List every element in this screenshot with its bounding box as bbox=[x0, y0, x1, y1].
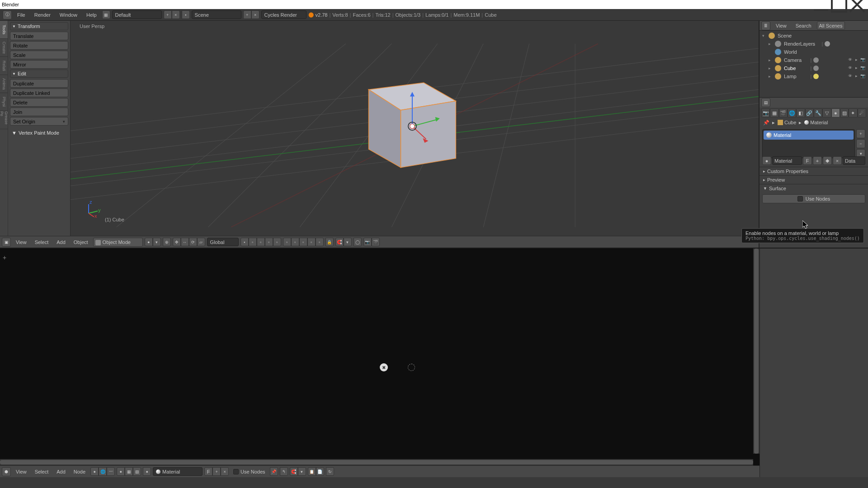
node-menu-add[interactable]: Add bbox=[53, 466, 69, 477]
duplicate-linked-button[interactable]: Duplicate Linked bbox=[10, 89, 68, 97]
use-nodes-button[interactable]: Use Nodes bbox=[762, 194, 865, 203]
outliner-cube[interactable]: ▸ Cube| 👁▸📷 bbox=[760, 64, 868, 72]
editor-type-outliner-icon[interactable]: ≣ bbox=[761, 21, 770, 30]
close-button[interactable] bbox=[848, 0, 866, 9]
paste-nodes-icon[interactable]: 📄 bbox=[316, 467, 324, 476]
outliner-filter[interactable]: All Scenes bbox=[817, 21, 845, 30]
manip-toggle-icon[interactable]: ✥ bbox=[173, 238, 181, 246]
mode-selector[interactable]: Object Mode bbox=[93, 238, 143, 247]
tree-type-shader-icon[interactable]: ● bbox=[117, 467, 125, 476]
join-button[interactable]: Join bbox=[10, 108, 68, 116]
orientation-field[interactable]: Global bbox=[207, 238, 239, 246]
snap-type-icon[interactable]: ▾ bbox=[344, 238, 352, 246]
unlink-button[interactable]: × bbox=[833, 156, 842, 165]
tab-material-icon[interactable]: ● bbox=[831, 108, 840, 117]
autorender-icon[interactable]: ↻ bbox=[326, 467, 334, 476]
material-link-field[interactable]: Data bbox=[843, 156, 865, 165]
remove-screen-button[interactable]: × bbox=[172, 10, 180, 19]
screen-layout-field[interactable]: Default bbox=[112, 10, 162, 19]
pivot-icon[interactable]: ⊕ bbox=[163, 238, 171, 246]
tooltab-animation[interactable]: Anima bbox=[0, 75, 8, 93]
node-unlink-mat[interactable]: × bbox=[221, 467, 229, 476]
snap-node-icon[interactable]: 🧲 bbox=[290, 467, 298, 476]
editor-type-node-icon[interactable]: ⬢ bbox=[2, 467, 11, 476]
scale-button[interactable]: Scale bbox=[10, 51, 68, 59]
cursor-icon[interactable]: ▸ bbox=[854, 74, 859, 79]
eye-icon[interactable]: 👁 bbox=[847, 66, 853, 71]
node-tree-button[interactable]: ◆ bbox=[823, 156, 832, 165]
screen-icon[interactable]: ▦ bbox=[102, 10, 110, 19]
scene-field[interactable]: Scene bbox=[192, 10, 241, 19]
node-fakeuser[interactable]: F bbox=[204, 467, 212, 476]
node-menu-view[interactable]: View bbox=[13, 466, 30, 477]
shading-icon[interactable]: ● bbox=[145, 238, 153, 246]
editor-type-properties-icon[interactable]: ▤ bbox=[761, 98, 770, 107]
add-scene-button[interactable]: + bbox=[243, 10, 251, 19]
shader-type-line-icon[interactable]: 〰 bbox=[107, 467, 115, 476]
render-icon[interactable]: 📷 bbox=[860, 74, 865, 79]
render-icon[interactable]: 📷 bbox=[860, 66, 865, 71]
manip-rotate-icon[interactable]: ⟳ bbox=[189, 238, 197, 246]
tree-type-tex-icon[interactable]: ▨ bbox=[133, 467, 141, 476]
panel-edit-header[interactable]: Edit bbox=[10, 70, 68, 78]
slot-remove-button[interactable]: − bbox=[856, 139, 865, 148]
node-canvas[interactable]: ✖ bbox=[0, 249, 760, 465]
tab-world-icon[interactable]: 🌐 bbox=[788, 108, 796, 117]
node-material-field[interactable]: Material bbox=[153, 467, 203, 476]
outliner-view[interactable]: View bbox=[772, 20, 790, 31]
tab-particles-icon[interactable]: ✦ bbox=[849, 108, 857, 117]
panel-custom-properties[interactable]: ▸Custom Properties bbox=[760, 167, 868, 175]
set-origin-menu[interactable]: Set Origin bbox=[10, 117, 68, 126]
tab-scene-icon[interactable]: 🎬 bbox=[779, 108, 788, 117]
snap-icon[interactable]: 🧲 bbox=[335, 238, 344, 246]
panel-preview[interactable]: ▸Preview bbox=[760, 175, 868, 184]
eye-icon[interactable]: 👁 bbox=[847, 57, 853, 63]
lock-camera-icon[interactable]: 🔒 bbox=[326, 238, 334, 246]
pin-node-icon[interactable]: 📌 bbox=[270, 467, 278, 476]
v3d-menu-object[interactable]: Object bbox=[71, 237, 91, 248]
tab-object-icon[interactable]: ◧ bbox=[796, 108, 805, 117]
tooltab-relations[interactable]: Relati bbox=[0, 57, 8, 75]
mirror-button[interactable]: Mirror bbox=[10, 60, 68, 69]
outliner-renderlayers[interactable]: ▸ RenderLayers| bbox=[760, 40, 868, 48]
rotate-button[interactable]: Rotate bbox=[10, 41, 68, 50]
eye-icon[interactable]: 👁 bbox=[847, 74, 853, 79]
shading-drop-icon[interactable]: ▾ bbox=[153, 238, 161, 246]
cursor-icon[interactable]: ▸ bbox=[854, 57, 859, 63]
editor-type-info-icon[interactable]: ⓘ bbox=[3, 10, 12, 19]
tab-modifiers-icon[interactable]: 🔧 bbox=[814, 108, 822, 117]
snap-node-type-icon[interactable]: ▾ bbox=[298, 467, 306, 476]
outliner-camera[interactable]: ▸ Camera| 👁▸📷 bbox=[760, 56, 868, 64]
copy-nodes-icon[interactable]: 📋 bbox=[308, 467, 316, 476]
node-menu-select[interactable]: Select bbox=[32, 466, 52, 477]
outliner-world[interactable]: World bbox=[760, 48, 868, 56]
panel-vertex-paint-header[interactable]: ▼ Vertex Paint Mode bbox=[10, 129, 68, 136]
tab-constraints-icon[interactable]: 🔗 bbox=[805, 108, 814, 117]
node-menu-node[interactable]: Node bbox=[71, 466, 89, 477]
node-hscrollbar[interactable] bbox=[0, 459, 753, 465]
minimize-button[interactable] bbox=[812, 0, 830, 9]
duplicate-button[interactable]: Duplicate bbox=[10, 79, 68, 88]
node-use-nodes-toggle[interactable]: Use Nodes bbox=[231, 469, 268, 474]
render-icon[interactable]: 📷 bbox=[860, 57, 865, 63]
v3d-menu-view[interactable]: View bbox=[13, 237, 30, 248]
tab-data-icon[interactable]: ▽ bbox=[822, 108, 831, 117]
menu-window[interactable]: Window bbox=[56, 9, 81, 20]
v3d-menu-add[interactable]: Add bbox=[53, 237, 69, 248]
menu-file[interactable]: File bbox=[14, 9, 29, 20]
outliner-scene[interactable]: ▾ Scene bbox=[760, 32, 868, 40]
outliner-lamp[interactable]: ▸ Lamp| 👁▸📷 bbox=[760, 72, 868, 80]
layers-group[interactable]: ▪▫▫▫▫ bbox=[241, 238, 281, 246]
slot-add-button[interactable]: + bbox=[856, 129, 865, 138]
v3d-menu-select[interactable]: Select bbox=[32, 237, 52, 248]
view3d[interactable]: Tools Create Relati Anima Physi Grease P… bbox=[0, 21, 759, 236]
material-browse-node-icon[interactable]: ● bbox=[143, 467, 151, 476]
shader-type-object-icon[interactable]: ● bbox=[90, 467, 99, 476]
material-browse-icon[interactable]: ● bbox=[762, 156, 771, 165]
tooltab-physics[interactable]: Physi bbox=[0, 93, 8, 111]
pin-icon[interactable]: 📌 bbox=[763, 120, 769, 126]
tab-physics-icon[interactable]: ☄ bbox=[858, 108, 866, 117]
outliner-search[interactable]: Search bbox=[792, 20, 815, 31]
add-screen-button[interactable]: + bbox=[164, 10, 172, 19]
shader-type-world-icon[interactable]: 🌐 bbox=[99, 467, 107, 476]
